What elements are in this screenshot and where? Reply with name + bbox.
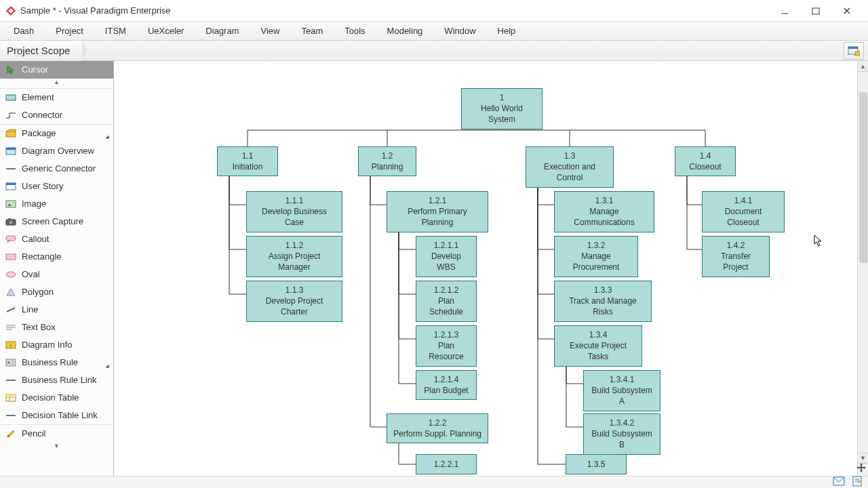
palette-business-rule-link[interactable]: Business Rule Link xyxy=(0,371,113,389)
node-number: 1.2.1.4 xyxy=(434,374,459,385)
palette-pencil[interactable]: Pencil xyxy=(0,425,113,443)
menu-item-view[interactable]: View xyxy=(250,22,290,41)
menu-item-itsm[interactable]: ITSM xyxy=(94,22,137,41)
wbs-node-1-1-2[interactable]: 1.1.2Assign Project Manager xyxy=(246,236,342,277)
expand-icon xyxy=(106,365,109,368)
node-number: 1.1 xyxy=(242,150,254,161)
svg-text:i: i xyxy=(10,342,12,348)
svg-marker-22 xyxy=(7,241,10,243)
node-number: 1.4.2 xyxy=(727,240,745,251)
scroll-up-arrow[interactable]: ▲ xyxy=(858,61,868,72)
palette-collapse-up[interactable]: ▲ xyxy=(0,79,113,88)
diagram-info-icon: i xyxy=(5,340,16,350)
business-rule-icon xyxy=(5,357,16,368)
business-rule-link-icon xyxy=(5,375,16,386)
node-number: 1.3.5 xyxy=(587,459,606,470)
menu-item-window[interactable]: Window xyxy=(433,22,486,41)
mail-icon[interactable] xyxy=(833,476,845,488)
wbs-node-1-3-1[interactable]: 1.3.1Manage Communications xyxy=(554,191,654,232)
wbs-node-1-3-3[interactable]: 1.3.3Track and Manage Risks xyxy=(554,281,652,322)
palette-image[interactable]: Image xyxy=(0,195,113,213)
node-number: 1.2.2 xyxy=(429,418,447,428)
palette-line[interactable]: Line xyxy=(0,301,113,319)
view-options-button[interactable] xyxy=(844,42,864,60)
palette-connector[interactable]: Connector xyxy=(0,106,113,124)
minimize-button[interactable] xyxy=(769,0,800,22)
node-number: 1.2.2.1 xyxy=(434,459,459,470)
wbs-node-1-4[interactable]: 1.4Closeout xyxy=(675,146,736,176)
palette-diagram-info[interactable]: iDiagram Info xyxy=(0,336,113,354)
node-number: 1 xyxy=(500,92,505,103)
palette-item-label: Package xyxy=(22,128,56,138)
palette-generic-connector[interactable]: Generic Connector xyxy=(0,160,113,178)
menu-item-uexceler[interactable]: UeXceler xyxy=(137,22,195,41)
wbs-node-1-2-1-3[interactable]: 1.2.1.3Plan Resource xyxy=(416,325,477,367)
menu-item-tools[interactable]: Tools xyxy=(334,22,376,41)
wbs-node-1-3-4[interactable]: 1.3.4Execute Project Tasks xyxy=(554,325,642,367)
window-title: Sample * - Visual Paradigm Enterprise xyxy=(20,5,171,16)
palette-user-story[interactable]: User Story xyxy=(0,178,113,195)
palette-item-label: Pencil xyxy=(22,428,45,439)
wbs-node-1-2-1-1[interactable]: 1.2.1.1Develop WBS xyxy=(416,236,477,277)
palette-collapse-down[interactable]: ▼ xyxy=(0,443,113,452)
breadcrumb-item[interactable]: Project Scope xyxy=(0,41,83,61)
palette-polygon[interactable]: Polygon xyxy=(0,283,113,301)
pan-handle-icon[interactable] xyxy=(856,462,867,473)
diagram-overview-icon xyxy=(5,146,16,157)
scroll-thumb[interactable] xyxy=(859,92,867,263)
wbs-node-1[interactable]: 1Hello World System xyxy=(461,88,542,129)
wbs-node-1-3-2[interactable]: 1.3.2Manage Procurement xyxy=(554,236,638,277)
menu-item-team[interactable]: Team xyxy=(290,22,334,41)
svg-point-19 xyxy=(9,220,13,224)
palette-screen-capture[interactable]: Screen Capture xyxy=(0,213,113,230)
wbs-node-1-2[interactable]: 1.2Planning xyxy=(358,146,416,176)
close-button[interactable] xyxy=(831,0,863,22)
cursor-icon xyxy=(5,64,16,75)
vertical-scrollbar[interactable]: ▲ ▼ xyxy=(857,61,868,476)
diagram-canvas-wrapper: 1Hello World System1.1Initiation1.2Plann… xyxy=(114,61,868,476)
note-icon[interactable] xyxy=(852,476,863,488)
svg-rect-14 xyxy=(6,183,16,185)
wbs-node-1-4-1[interactable]: 1.4.1Document Closeout xyxy=(702,191,785,232)
palette-diagram-overview[interactable]: Diagram Overview xyxy=(0,142,113,160)
menu-item-modeling[interactable]: Modeling xyxy=(376,22,434,41)
palette-text-box[interactable]: Text Box xyxy=(0,319,113,336)
wbs-node-1-2-1-4[interactable]: 1.2.1.4Plan Budget xyxy=(416,370,477,400)
wbs-node-1-3-4-1[interactable]: 1.3.4.1Build Subsystem A xyxy=(583,370,660,411)
wbs-node-1-3-4-2[interactable]: 1.3.4.2Build Subsystem B xyxy=(583,413,660,455)
palette-package[interactable]: Package xyxy=(0,125,113,142)
wbs-node-1-1-1[interactable]: 1.1.1Develop Business Case xyxy=(246,191,342,232)
palette-cursor[interactable]: Cursor xyxy=(0,61,113,79)
menu-item-dash[interactable]: Dash xyxy=(3,22,45,41)
wbs-node-1-3[interactable]: 1.3Execution and Control xyxy=(526,146,614,188)
node-number: 1.2.1.3 xyxy=(434,329,459,340)
palette-business-rule[interactable]: Business Rule xyxy=(0,354,113,371)
palette-callout[interactable]: Callout xyxy=(0,230,113,248)
wbs-node-1-1-3[interactable]: 1.1.3Develop Project Charter xyxy=(246,281,342,322)
wbs-node-1-2-1[interactable]: 1.2.1Perform Primary Planning xyxy=(387,191,488,232)
palette-rectangle[interactable]: Rectangle xyxy=(0,248,113,266)
wbs-node-1-2-2-1[interactable]: 1.2.2.1 xyxy=(416,454,477,474)
node-number: 1.1.1 xyxy=(285,195,304,206)
menu-item-diagram[interactable]: Diagram xyxy=(195,22,250,41)
wbs-node-1-2-1-2[interactable]: 1.2.1.2Plan Schedule xyxy=(416,281,477,322)
palette-decision-table[interactable]: Decision Table xyxy=(0,389,113,407)
menu-item-project[interactable]: Project xyxy=(45,22,94,41)
wbs-node-1-4-2[interactable]: 1.4.2Transfer Project xyxy=(702,236,770,277)
palette-decision-table-link[interactable]: Decision Table Link xyxy=(0,407,113,424)
palette-item-label: Element xyxy=(22,92,54,102)
palette-element[interactable]: Element xyxy=(0,89,113,106)
wbs-node-1-1[interactable]: 1.1Initiation xyxy=(217,146,278,176)
wbs-node-1-3-5[interactable]: 1.3.5 xyxy=(566,454,627,474)
wbs-node-1-2-2[interactable]: 1.2.2Perform Suppl. Planning xyxy=(387,413,488,443)
node-label: Manage Communications xyxy=(560,206,648,228)
menu-item-help[interactable]: Help xyxy=(487,22,527,41)
palette-oval[interactable]: Oval xyxy=(0,266,113,283)
node-label: Document Closeout xyxy=(708,206,778,228)
node-label: Hello World System xyxy=(467,103,536,125)
svg-rect-23 xyxy=(6,254,16,260)
diagram-canvas[interactable]: 1Hello World System1.1Initiation1.2Plann… xyxy=(114,61,868,476)
maximize-button[interactable] xyxy=(800,0,831,22)
palette-item-label: Business Rule xyxy=(22,357,78,367)
user-story-icon xyxy=(5,181,16,192)
